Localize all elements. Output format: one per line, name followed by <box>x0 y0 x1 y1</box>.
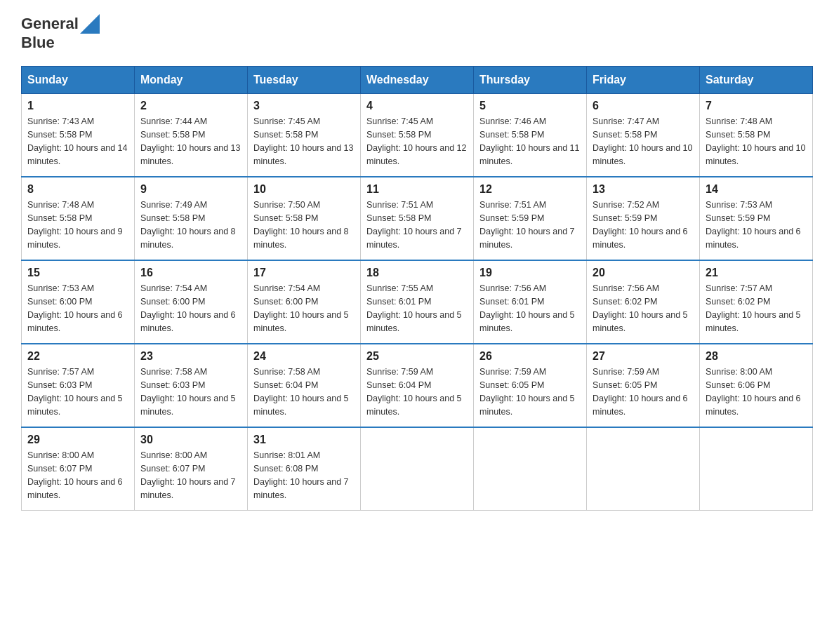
calendar-cell: 1 Sunrise: 7:43 AM Sunset: 5:58 PM Dayli… <box>22 94 135 177</box>
day-number: 10 <box>253 183 355 196</box>
day-info: Sunrise: 7:51 AM Sunset: 5:59 PM Dayligh… <box>479 199 581 251</box>
calendar-cell: 7 Sunrise: 7:48 AM Sunset: 5:58 PM Dayli… <box>700 94 813 177</box>
day-info: Sunrise: 7:53 AM Sunset: 5:59 PM Dayligh… <box>706 199 807 251</box>
calendar-cell: 4 Sunrise: 7:45 AM Sunset: 5:58 PM Dayli… <box>361 94 474 177</box>
calendar-cell: 10 Sunrise: 7:50 AM Sunset: 5:58 PM Dayl… <box>248 177 361 260</box>
day-number: 22 <box>27 350 128 363</box>
day-info: Sunrise: 7:49 AM Sunset: 5:58 PM Dayligh… <box>140 199 241 251</box>
day-info: Sunrise: 7:48 AM Sunset: 5:58 PM Dayligh… <box>27 199 128 251</box>
weekday-header-tuesday: Tuesday <box>248 67 361 94</box>
calendar-cell: 3 Sunrise: 7:45 AM Sunset: 5:58 PM Dayli… <box>248 94 361 177</box>
day-info: Sunrise: 7:50 AM Sunset: 5:58 PM Dayligh… <box>253 199 355 251</box>
weekday-header-saturday: Saturday <box>700 67 813 94</box>
day-info: Sunrise: 7:54 AM Sunset: 6:00 PM Dayligh… <box>253 282 355 335</box>
calendar-cell: 21 Sunrise: 7:57 AM Sunset: 6:02 PM Dayl… <box>700 260 813 344</box>
day-number: 16 <box>140 267 241 279</box>
day-info: Sunrise: 7:57 AM Sunset: 6:03 PM Dayligh… <box>27 365 128 418</box>
logo-text-blue: Blue <box>21 34 55 51</box>
day-info: Sunrise: 7:45 AM Sunset: 5:58 PM Dayligh… <box>366 115 468 168</box>
calendar-cell: 6 Sunrise: 7:47 AM Sunset: 5:58 PM Dayli… <box>587 94 700 177</box>
day-number: 6 <box>593 100 694 112</box>
calendar-cell: 27 Sunrise: 7:59 AM Sunset: 6:05 PM Dayl… <box>587 344 700 427</box>
calendar-cell: 29 Sunrise: 8:00 AM Sunset: 6:07 PM Dayl… <box>22 427 135 511</box>
calendar-cell: 13 Sunrise: 7:52 AM Sunset: 5:59 PM Dayl… <box>587 177 700 260</box>
weekday-header-monday: Monday <box>135 67 248 94</box>
calendar-cell: 24 Sunrise: 7:58 AM Sunset: 6:04 PM Dayl… <box>248 344 361 427</box>
calendar-cell: 11 Sunrise: 7:51 AM Sunset: 5:58 PM Dayl… <box>361 177 474 260</box>
calendar-cell: 25 Sunrise: 7:59 AM Sunset: 6:04 PM Dayl… <box>361 344 474 427</box>
day-number: 7 <box>706 100 807 112</box>
day-info: Sunrise: 7:57 AM Sunset: 6:02 PM Dayligh… <box>706 282 807 335</box>
svg-marker-0 <box>80 14 100 34</box>
logo-text-general: General <box>21 15 79 33</box>
day-number: 5 <box>479 100 581 112</box>
day-info: Sunrise: 7:58 AM Sunset: 6:03 PM Dayligh… <box>140 365 241 418</box>
calendar-cell: 26 Sunrise: 7:59 AM Sunset: 6:05 PM Dayl… <box>474 344 587 427</box>
calendar-cell: 5 Sunrise: 7:46 AM Sunset: 5:58 PM Dayli… <box>474 94 587 177</box>
calendar-cell: 8 Sunrise: 7:48 AM Sunset: 5:58 PM Dayli… <box>22 177 135 260</box>
calendar-cell: 14 Sunrise: 7:53 AM Sunset: 5:59 PM Dayl… <box>700 177 813 260</box>
logo: General Blue <box>21 14 100 52</box>
weekday-header-thursday: Thursday <box>474 67 587 94</box>
calendar-cell: 9 Sunrise: 7:49 AM Sunset: 5:58 PM Dayli… <box>135 177 248 260</box>
day-info: Sunrise: 8:01 AM Sunset: 6:08 PM Dayligh… <box>253 449 355 502</box>
day-info: Sunrise: 8:00 AM Sunset: 6:06 PM Dayligh… <box>706 365 807 418</box>
calendar-cell: 22 Sunrise: 7:57 AM Sunset: 6:03 PM Dayl… <box>22 344 135 427</box>
calendar-week-row: 22 Sunrise: 7:57 AM Sunset: 6:03 PM Dayl… <box>22 344 813 427</box>
day-number: 9 <box>140 183 241 196</box>
day-info: Sunrise: 7:44 AM Sunset: 5:58 PM Dayligh… <box>140 115 241 168</box>
day-number: 30 <box>140 434 241 446</box>
calendar-cell <box>361 427 474 511</box>
day-info: Sunrise: 7:58 AM Sunset: 6:04 PM Dayligh… <box>253 365 355 418</box>
weekday-header-sunday: Sunday <box>22 67 135 94</box>
day-number: 18 <box>366 267 468 279</box>
calendar-cell: 31 Sunrise: 8:01 AM Sunset: 6:08 PM Dayl… <box>248 427 361 511</box>
day-number: 12 <box>479 183 581 196</box>
day-number: 25 <box>366 350 468 363</box>
calendar-cell: 18 Sunrise: 7:55 AM Sunset: 6:01 PM Dayl… <box>361 260 474 344</box>
day-number: 13 <box>593 183 694 196</box>
calendar-week-row: 29 Sunrise: 8:00 AM Sunset: 6:07 PM Dayl… <box>22 427 813 511</box>
calendar-week-row: 15 Sunrise: 7:53 AM Sunset: 6:00 PM Dayl… <box>22 260 813 344</box>
day-info: Sunrise: 7:43 AM Sunset: 5:58 PM Dayligh… <box>27 115 128 168</box>
weekday-header-friday: Friday <box>587 67 700 94</box>
day-number: 21 <box>706 267 807 279</box>
day-info: Sunrise: 7:56 AM Sunset: 6:02 PM Dayligh… <box>593 282 694 335</box>
day-number: 11 <box>366 183 468 196</box>
calendar-cell: 19 Sunrise: 7:56 AM Sunset: 6:01 PM Dayl… <box>474 260 587 344</box>
day-info: Sunrise: 7:51 AM Sunset: 5:58 PM Dayligh… <box>366 199 468 251</box>
calendar-cell: 30 Sunrise: 8:00 AM Sunset: 6:07 PM Dayl… <box>135 427 248 511</box>
calendar-cell <box>587 427 700 511</box>
page-header: General Blue <box>21 14 813 52</box>
calendar-week-row: 8 Sunrise: 7:48 AM Sunset: 5:58 PM Dayli… <box>22 177 813 260</box>
day-number: 20 <box>593 267 694 279</box>
calendar-header-row: SundayMondayTuesdayWednesdayThursdayFrid… <box>22 67 813 94</box>
calendar-cell <box>474 427 587 511</box>
day-number: 17 <box>253 267 355 279</box>
calendar-cell: 15 Sunrise: 7:53 AM Sunset: 6:00 PM Dayl… <box>22 260 135 344</box>
day-number: 28 <box>706 350 807 363</box>
day-info: Sunrise: 7:53 AM Sunset: 6:00 PM Dayligh… <box>27 282 128 335</box>
day-number: 29 <box>27 434 128 446</box>
calendar-cell <box>700 427 813 511</box>
day-info: Sunrise: 7:59 AM Sunset: 6:04 PM Dayligh… <box>366 365 468 418</box>
day-number: 14 <box>706 183 807 196</box>
day-number: 26 <box>479 350 581 363</box>
day-info: Sunrise: 7:47 AM Sunset: 5:58 PM Dayligh… <box>593 115 694 168</box>
logo-triangle-icon <box>80 14 100 34</box>
day-info: Sunrise: 7:52 AM Sunset: 5:59 PM Dayligh… <box>593 199 694 251</box>
day-number: 1 <box>27 100 128 112</box>
day-info: Sunrise: 7:59 AM Sunset: 6:05 PM Dayligh… <box>479 365 581 418</box>
day-info: Sunrise: 7:56 AM Sunset: 6:01 PM Dayligh… <box>479 282 581 335</box>
day-info: Sunrise: 7:55 AM Sunset: 6:01 PM Dayligh… <box>366 282 468 335</box>
day-number: 3 <box>253 100 355 112</box>
day-number: 27 <box>593 350 694 363</box>
day-info: Sunrise: 7:59 AM Sunset: 6:05 PM Dayligh… <box>593 365 694 418</box>
calendar-cell: 2 Sunrise: 7:44 AM Sunset: 5:58 PM Dayli… <box>135 94 248 177</box>
day-info: Sunrise: 7:45 AM Sunset: 5:58 PM Dayligh… <box>253 115 355 168</box>
calendar-cell: 23 Sunrise: 7:58 AM Sunset: 6:03 PM Dayl… <box>135 344 248 427</box>
day-info: Sunrise: 7:54 AM Sunset: 6:00 PM Dayligh… <box>140 282 241 335</box>
calendar-cell: 28 Sunrise: 8:00 AM Sunset: 6:06 PM Dayl… <box>700 344 813 427</box>
day-number: 8 <box>27 183 128 196</box>
calendar-week-row: 1 Sunrise: 7:43 AM Sunset: 5:58 PM Dayli… <box>22 94 813 177</box>
